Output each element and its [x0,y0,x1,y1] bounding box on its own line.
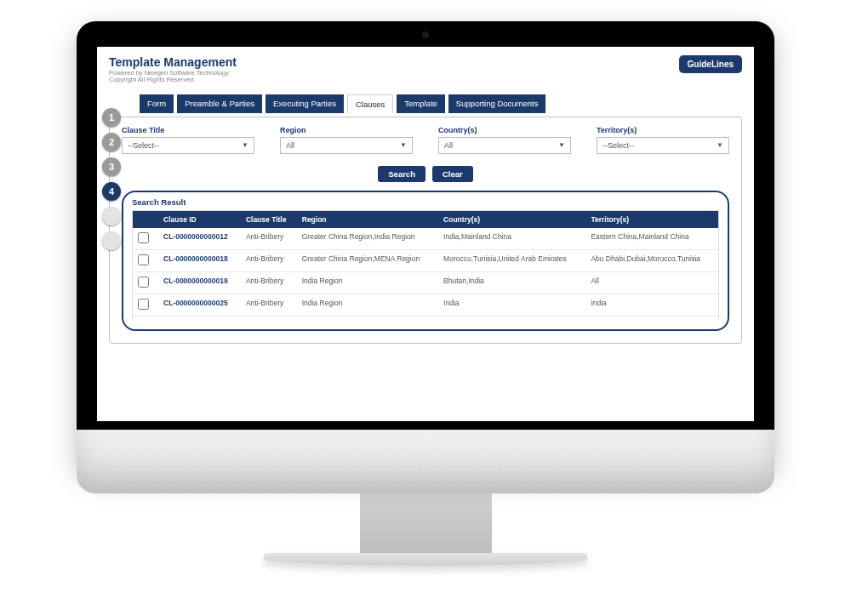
tab-clauses[interactable]: Clauses [347,94,393,113]
chevron-down-icon: ▼ [717,141,723,149]
results-title: Search Result [132,197,719,207]
cell-clause-title: Anti-Bribery [241,249,297,271]
filter-region-value: All [286,141,294,150]
cell-region: Greater China Region,India Region [297,228,438,250]
chevron-down-icon: ▼ [558,141,565,149]
step-badge-4[interactable]: 4 [102,182,121,201]
filter-country-label: Country(s) [438,126,571,134]
col-checkbox [133,210,159,228]
results-table: Clause ID Clause Title Region Country(s)… [132,210,719,321]
table-row: CL-0000000000012Anti-BriberyGreater Chin… [133,228,719,250]
monitor-base [264,553,587,566]
tab-executing-parties[interactable]: Executing Parties [266,94,344,113]
filter-region-select[interactable]: All ▼ [280,137,413,154]
search-button[interactable]: Search [378,166,426,182]
filter-clause-title-value: --Select-- [128,141,159,150]
cell-territory: Eastern China,Mainland China [585,228,718,250]
filter-clause-title-label: Clause Title [122,126,254,134]
filter-country-value: All [444,141,453,150]
cell-clause-title: Anti-Bribery [241,316,297,321]
filter-territory-select[interactable]: --Select-- ▼ [597,137,729,154]
tab-form[interactable]: Form [140,94,174,113]
col-country: Country(s) [438,210,585,228]
filter-territory-value: --Select-- [603,141,634,150]
table-row: CL-0000000000025Anti-BriberyIndia Region… [133,294,719,316]
table-row: CL-0000000000018Anti-BriberyGreater Chin… [133,249,719,271]
filter-country-select[interactable]: All ▼ [438,137,571,154]
col-region: Region [297,210,438,228]
table-row: CL-0000000000019Anti-BriberyIndia Region… [133,271,719,294]
tab-supporting-documents[interactable]: Supporting Documents [448,94,546,113]
table-row: CL-0000000000027Anti-BriberyGreater Chin… [133,316,719,321]
step-badge-3[interactable]: 3 [102,157,121,176]
cell-region: Greater China Region [297,316,438,321]
chevron-down-icon: ▼ [400,141,407,149]
col-clause-id: Clause ID [158,210,241,228]
cell-country: India [438,294,585,316]
col-clause-title: Clause Title [241,210,297,228]
cell-clause-title: Anti-Bribery [241,271,297,294]
page-title: Template Management [109,55,742,69]
search-results: Search Result Clause ID Clause Title Reg… [122,191,729,331]
row-checkbox[interactable] [138,232,149,243]
cell-clause-id[interactable]: CL-0000000000012 [158,228,241,250]
subtitle-line1: Powered by Newgen Software Technology [109,70,742,77]
cell-clause-id[interactable]: CL-0000000000019 [158,271,241,294]
cell-territory: Hong Kong [585,316,718,321]
cell-territory: All [585,271,718,294]
cell-country: Bhutan,India [438,271,585,294]
filter-territory-label: Territory(s) [597,126,729,134]
chevron-down-icon: ▼ [242,141,248,149]
clear-button[interactable]: Clear [432,166,473,182]
cell-country: Morocco,Tunisia,United Arab Emirates [438,249,585,271]
cell-region: Greater China Region,MENA Region [297,249,438,271]
cell-region: India Region [297,294,438,316]
cell-country: India,Mainland China [438,228,585,250]
step-badge-5[interactable]: 5 [102,207,121,225]
filter-clause-title-select[interactable]: --Select-- ▼ [122,137,254,154]
step-badge-1[interactable]: 1 [102,108,121,127]
step-badge-2[interactable]: 2 [102,133,121,151]
row-checkbox[interactable] [138,254,149,265]
step-badge-6[interactable]: 6 [102,231,121,250]
clauses-panel: Clause Title --Select-- ▼ Region All ▼ [109,117,742,344]
subtitle-line2: Copyright All Rights Reserved [109,77,742,83]
cell-clause-id[interactable]: CL-0000000000027 [158,316,241,321]
cell-territory: Abu Dhabi,Dubai,Morocco,Tunisia [585,249,718,271]
cell-clause-id[interactable]: CL-0000000000018 [158,249,241,271]
filter-region-label: Region [280,126,413,134]
cell-region: India Region [297,271,438,294]
cell-country: Hong Kong [438,316,585,321]
guidelines-button[interactable]: GuideLines [679,55,742,73]
cell-territory: India [585,294,718,316]
monitor-chin [77,430,774,493]
cell-clause-title: Anti-Bribery [241,228,297,250]
row-checkbox[interactable] [138,277,149,288]
row-checkbox[interactable] [138,299,149,310]
cell-clause-title: Anti-Bribery [241,294,297,316]
tab-template[interactable]: Template [397,94,445,113]
tab-preamble-parties[interactable]: Preamble & Parties [177,94,262,113]
results-scroll[interactable]: Clause ID Clause Title Region Country(s)… [132,210,719,321]
cell-clause-id[interactable]: CL-0000000000025 [158,294,241,316]
camera-dot [422,31,429,38]
col-territory: Territory(s) [585,210,718,228]
monitor-stand [360,493,492,553]
